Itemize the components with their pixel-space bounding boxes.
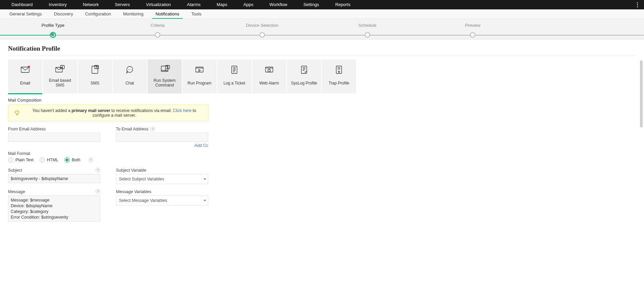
mail-composition-section: Mail Composition You haven't added a pri… bbox=[8, 98, 636, 223]
profile-type-label: SysLog Profile bbox=[291, 79, 317, 88]
topnav-item-dashboard[interactable]: Dashboard bbox=[3, 0, 41, 9]
page-title: Notification Profile bbox=[8, 45, 636, 52]
help-icon[interactable]: ? bbox=[96, 168, 100, 172]
sub-nav: General SettingsDiscoveryConfigurationMo… bbox=[0, 9, 644, 19]
chat-icon bbox=[124, 63, 135, 75]
profile-type-label: Email based SMS bbox=[44, 78, 76, 88]
sms-icon bbox=[89, 63, 101, 75]
help-icon[interactable]: ? bbox=[151, 127, 155, 131]
profile-type-email-sms[interactable]: Email based SMS bbox=[43, 59, 77, 94]
topnav-item-reports[interactable]: Reports bbox=[327, 0, 359, 9]
radio-label[interactable]: HTML bbox=[47, 158, 58, 162]
radio-both[interactable] bbox=[64, 157, 70, 163]
label-subject: Subject ? bbox=[8, 168, 100, 173]
alert-text-mid: to receive notifications via email. bbox=[110, 108, 173, 113]
wizard-step-label: Criteria bbox=[124, 23, 191, 28]
label-to-email-text: To Email Address bbox=[116, 127, 149, 131]
top-nav-items: DashboardInventoryNetworkServersVirtuali… bbox=[3, 0, 358, 9]
profile-type-email[interactable]: Email bbox=[8, 59, 42, 94]
subnav-item-monitoring[interactable]: Monitoring bbox=[117, 11, 150, 18]
radio-label[interactable]: Plain Text bbox=[15, 158, 34, 162]
wizard-step-dot bbox=[365, 32, 370, 38]
log-ticket-icon bbox=[229, 63, 240, 75]
email-icon bbox=[19, 63, 31, 75]
message-textarea[interactable] bbox=[8, 195, 100, 222]
profile-type-label: Email bbox=[20, 79, 30, 88]
topnav-item-virtualization[interactable]: Virtualization bbox=[138, 0, 179, 9]
alert-message: You haven't added a primary mail server … bbox=[25, 108, 203, 118]
page-body: Notification Profile EmailEmail based SM… bbox=[0, 40, 644, 223]
profile-type-trap[interactable]: Trap Profile bbox=[322, 59, 356, 94]
subnav-item-tools[interactable]: Tools bbox=[185, 11, 208, 18]
wizard-step-dot bbox=[470, 32, 475, 38]
label-message: Message ? bbox=[8, 189, 100, 194]
subnav-item-configuration[interactable]: Configuration bbox=[79, 11, 117, 18]
kebab-menu-icon[interactable] bbox=[634, 0, 641, 9]
lightbulb-icon bbox=[13, 109, 21, 117]
profile-type-label: Chat bbox=[125, 79, 134, 88]
profile-type-selector: EmailEmail based SMSSMSChatRun System Co… bbox=[8, 59, 636, 94]
profile-type-web-alarm[interactable]: Web Alarm bbox=[252, 59, 286, 94]
chevron-down-icon bbox=[201, 174, 208, 184]
label-message-variables: Message Variables bbox=[116, 189, 217, 194]
svg-rect-10 bbox=[232, 66, 237, 73]
subnav-item-notifications[interactable]: Notifications bbox=[150, 11, 185, 18]
profile-type-sms[interactable]: SMS bbox=[78, 59, 112, 94]
profile-type-label: Trap Profile bbox=[329, 79, 349, 88]
topnav-item-maps[interactable]: Maps bbox=[209, 0, 235, 9]
profile-type-run-system-command[interactable]: Run System Command bbox=[148, 59, 182, 94]
topnav-item-settings[interactable]: Settings bbox=[295, 0, 327, 9]
svg-point-1 bbox=[28, 66, 30, 68]
profile-type-label: Run Program bbox=[187, 79, 211, 88]
topnav-item-workflow[interactable]: Workflow bbox=[261, 0, 295, 9]
alert-text-prefix: You haven't added a bbox=[33, 108, 72, 113]
subnav-item-general-settings[interactable]: General Settings bbox=[3, 11, 48, 18]
syslog-icon bbox=[298, 63, 310, 75]
message-variables-select[interactable]: Select Message Variables bbox=[116, 195, 208, 206]
profile-type-chat[interactable]: Chat bbox=[113, 59, 147, 94]
help-icon[interactable]: ? bbox=[89, 158, 93, 162]
wizard-step-label: Schedule bbox=[334, 23, 401, 28]
topnav-item-network[interactable]: Network bbox=[75, 0, 107, 9]
add-cc-link[interactable]: Add Cc bbox=[116, 143, 208, 148]
trap-icon bbox=[333, 63, 345, 75]
subject-variable-select[interactable]: Select Subject Variables bbox=[116, 174, 208, 184]
subject-input[interactable] bbox=[8, 174, 100, 183]
wizard-step-label: Preview bbox=[439, 23, 506, 28]
web-alarm-icon bbox=[264, 63, 275, 75]
profile-type-log-ticket[interactable]: Log a Ticket bbox=[217, 59, 251, 94]
help-icon[interactable]: ? bbox=[96, 189, 100, 194]
profile-type-syslog[interactable]: SysLog Profile bbox=[287, 59, 321, 94]
top-nav: DashboardInventoryNetworkServersVirtuali… bbox=[0, 0, 644, 9]
topnav-item-apps[interactable]: Apps bbox=[235, 0, 261, 9]
topnav-item-servers[interactable]: Servers bbox=[107, 0, 138, 9]
wizard-step-label: Device Selection bbox=[229, 23, 296, 28]
topnav-item-alarms[interactable]: Alarms bbox=[179, 0, 209, 9]
divider bbox=[8, 56, 636, 56]
mail-format-radios: Plain TextHTMLBoth? bbox=[8, 157, 636, 163]
scrollbar-thumb[interactable] bbox=[640, 60, 643, 127]
alert-configure-link[interactable]: Click here bbox=[173, 108, 192, 113]
topnav-item-inventory[interactable]: Inventory bbox=[41, 0, 75, 9]
to-email-input[interactable] bbox=[116, 133, 208, 142]
alert-text-bold: primary mail server bbox=[71, 108, 110, 113]
svg-point-15 bbox=[15, 111, 18, 114]
radio-label[interactable]: Both bbox=[72, 158, 80, 162]
radio-html[interactable] bbox=[40, 157, 45, 163]
profile-type-run-program[interactable]: Run Program bbox=[182, 59, 217, 94]
email-sms-icon bbox=[54, 63, 66, 75]
profile-type-label: Log a Ticket bbox=[224, 79, 245, 88]
label-subject-variable: Subject Variable bbox=[116, 168, 217, 173]
subject-variable-placeholder: Select Subject Variables bbox=[119, 177, 164, 181]
profile-type-label: SMS bbox=[91, 79, 99, 88]
wizard-progress-line bbox=[0, 35, 53, 36]
run-program-icon bbox=[194, 63, 205, 75]
message-variables-placeholder: Select Message Variables bbox=[119, 198, 167, 203]
label-mail-format: Mail Format bbox=[8, 151, 636, 156]
svg-rect-4 bbox=[92, 66, 98, 73]
radio-plain-text[interactable] bbox=[8, 157, 13, 163]
label-from-email: From Email Address bbox=[8, 127, 109, 131]
wizard: Profile TypeCriteriaDevice SelectionSche… bbox=[0, 19, 644, 40]
from-email-input[interactable] bbox=[8, 133, 100, 142]
subnav-item-discovery[interactable]: Discovery bbox=[48, 11, 79, 18]
